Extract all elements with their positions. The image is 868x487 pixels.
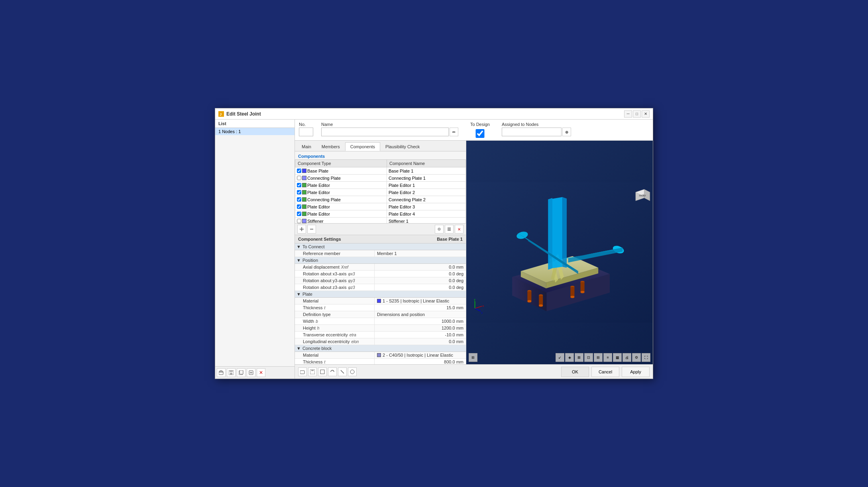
viewport: x y z FRONT ⊞ <box>466 141 653 364</box>
apply-button[interactable]: Apply <box>622 367 650 377</box>
settings-value[interactable]: 1000.0 mm <box>375 318 466 324</box>
table-row[interactable]: Base Plate Base Plate 1 <box>295 167 466 175</box>
comp-checkbox[interactable] <box>297 169 301 173</box>
bottom-btn-save[interactable] <box>308 367 317 376</box>
settings-value-text: -10.0 mm <box>445 332 463 337</box>
bottom-bar: OK Cancel Apply <box>295 364 653 379</box>
table-row[interactable]: Plate Editor Plate Editor 3 <box>295 203 466 210</box>
settings-value[interactable]: Dimensions and position <box>375 311 466 318</box>
comp-settings-button[interactable] <box>435 225 444 234</box>
comp-checkbox[interactable] <box>297 204 301 209</box>
cancel-button[interactable]: Cancel <box>591 367 619 377</box>
view-btn-1[interactable]: ↙ <box>556 353 564 362</box>
maximize-button[interactable]: □ <box>633 110 641 118</box>
view-btn-4[interactable]: ⊡ <box>584 353 593 362</box>
bottom-btn-3[interactable] <box>318 367 327 376</box>
settings-value[interactable]: 1200.0 mm <box>375 325 466 331</box>
open-folder-button[interactable] <box>217 368 226 377</box>
section-title-row[interactable]: ▼Position <box>295 257 466 264</box>
assigned-pick-button[interactable]: ⊕ <box>562 128 571 136</box>
delete-button[interactable]: ✕ <box>257 368 265 377</box>
tab-main[interactable]: Main <box>297 142 316 151</box>
settings-value-text: 2 - C40/50 | Isotropic | Linear Elastic <box>383 353 453 357</box>
comp-checkbox[interactable] <box>297 176 301 180</box>
comp-checkbox[interactable] <box>297 183 301 187</box>
comp-checkbox[interactable] <box>297 190 301 194</box>
tab-members[interactable]: Members <box>316 142 345 151</box>
settings-value[interactable]: 800.0 mm <box>375 359 466 364</box>
assigned-input[interactable]: 1 <box>502 128 562 136</box>
settings-value[interactable]: 2 - C40/50 | Isotropic | Linear Elastic <box>375 352 466 358</box>
bottom-btn-4[interactable] <box>328 367 337 376</box>
to-design-label: To Design <box>470 122 490 127</box>
view-btn-2[interactable]: ◈ <box>565 353 574 362</box>
comp-color-swatch <box>302 183 306 187</box>
view-btn-10[interactable]: ⛶ <box>642 353 650 362</box>
view-btn-3[interactable]: ⊠ <box>575 353 583 362</box>
copy-button[interactable] <box>237 368 245 377</box>
settings-label: Width b <box>295 318 375 324</box>
table-row[interactable]: Connecting Plate Connecting Plate 2 <box>295 196 466 203</box>
comp-type-label: Base Plate <box>307 169 328 173</box>
table-row[interactable]: Plate Editor Plate Editor 4 <box>295 210 466 218</box>
comp-delete-button[interactable] <box>307 225 316 234</box>
settings-value-text: 0.0 deg <box>449 278 463 283</box>
paste-button[interactable] <box>247 368 255 377</box>
edit-name-button[interactable]: ✏ <box>450 128 458 136</box>
section-title: Position <box>302 258 318 263</box>
view-btn-5[interactable]: ⊞ <box>594 353 603 362</box>
comp-name-cell: Stiffener 1 <box>387 218 465 224</box>
name-input[interactable]: Nodes : 1 <box>321 128 449 136</box>
comp-type-label: Plate Editor <box>307 212 330 216</box>
comp-add-button[interactable] <box>297 225 306 234</box>
comp-name-cell: Base Plate 1 <box>387 167 465 175</box>
section-title-row[interactable]: ▼Plate <box>295 291 466 298</box>
table-row[interactable]: Stiffener Stiffener 1 <box>295 218 466 224</box>
to-design-checkbox[interactable] <box>470 129 490 138</box>
comp-more-button[interactable] <box>445 225 454 234</box>
tab-components[interactable]: Components <box>345 142 380 151</box>
close-button[interactable]: ✕ <box>642 110 650 118</box>
view-btn-8[interactable]: 🖨 <box>623 353 631 362</box>
section-title-row[interactable]: ▼Concrete block <box>295 345 466 352</box>
tab-plausibility[interactable]: Plausibility Check <box>380 142 425 151</box>
no-label: No. <box>299 122 313 127</box>
settings-row: Thickness t 800.0 mm <box>295 359 466 364</box>
settings-value-text: 0.0 mm <box>449 265 463 269</box>
comp-close-button[interactable]: ✕ <box>455 225 463 234</box>
settings-value[interactable]: Member 1 <box>375 250 466 257</box>
view-btn-7[interactable]: ▦ <box>613 353 622 362</box>
minimize-button[interactable]: ─ <box>624 110 632 118</box>
settings-row: Rotation about z3-axis φz3 0.0 deg <box>295 284 466 291</box>
bottom-btn-6[interactable] <box>348 367 357 376</box>
table-row[interactable]: Plate Editor Plate Editor 2 <box>295 189 466 196</box>
settings-value[interactable]: 0.0 deg <box>375 284 466 291</box>
settings-value[interactable]: 0.0 deg <box>375 277 466 284</box>
comp-type-label: Connecting Plate <box>307 176 341 181</box>
section-title-row[interactable]: ▼To Connect <box>295 243 466 250</box>
comp-name-cell: Plate Editor 1 <box>387 182 465 189</box>
comp-checkbox[interactable] <box>297 197 301 202</box>
view-btn-6[interactable]: ≡ <box>603 353 612 362</box>
svg-rect-5 <box>230 373 232 375</box>
table-row[interactable]: Plate Editor Plate Editor 1 <box>295 182 466 189</box>
view-btn-9[interactable]: ⚙ <box>632 353 641 362</box>
comp-checkbox[interactable] <box>297 219 301 223</box>
settings-value[interactable]: 1 - S235 | Isotropic | Linear Elastic <box>375 298 466 304</box>
no-input[interactable]: 1 <box>299 128 313 136</box>
settings-value[interactable]: 0.0 deg <box>375 271 466 277</box>
ok-button[interactable]: OK <box>561 367 589 377</box>
settings-row: Thickness t 15.0 mm <box>295 304 466 311</box>
settings-value[interactable]: -10.0 mm <box>375 332 466 338</box>
comp-checkbox[interactable] <box>297 212 301 216</box>
bottom-btn-open[interactable] <box>298 367 307 376</box>
table-row[interactable]: Connecting Plate Connecting Plate 1 <box>295 175 466 182</box>
save-button[interactable] <box>227 368 236 377</box>
viewport-btn-1[interactable]: ⊞ <box>469 353 477 362</box>
bottom-btn-5[interactable] <box>338 367 347 376</box>
settings-label: Reference member <box>295 250 375 257</box>
list-item[interactable]: 1 Nodes : 1 <box>215 128 295 135</box>
settings-value[interactable]: 0.0 mm <box>375 338 466 345</box>
settings-value[interactable]: 0.0 mm <box>375 264 466 270</box>
settings-value[interactable]: 15.0 mm <box>375 304 466 311</box>
